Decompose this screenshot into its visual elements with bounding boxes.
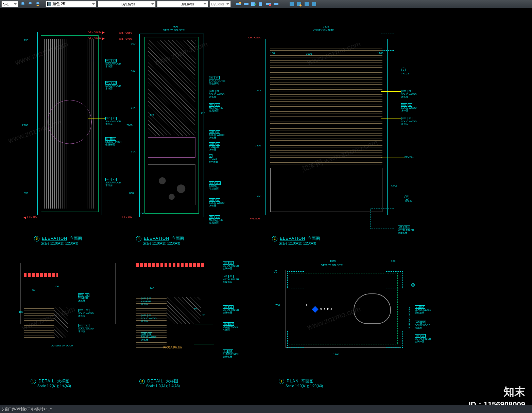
plan-scope-br (386, 331, 403, 348)
leader (78, 61, 105, 61)
command-text: )/窗口(W)/对象(O)] <实时>: _e (2, 407, 52, 412)
tag-wd-s7: WDS7SOLID WOOD木饰面 (209, 130, 225, 139)
dim: 2400 (255, 144, 261, 147)
detail-3-panel: 140 100 25 MTS1METAL FINISH金属饰面 MTS1META… (126, 256, 255, 385)
dim: 1050 (391, 185, 397, 188)
ch-2850: CH. +2850 (119, 31, 132, 34)
level-arrow-icon (102, 37, 106, 40)
tag-wd-s2: WDS2SOLID WOOD木饰面 (105, 117, 121, 126)
title-num: 5 (31, 379, 36, 384)
elev4-stone (148, 164, 195, 205)
tag-mt-s1: MTS1METAL FINISH金属饰面 (209, 215, 225, 224)
tag-wd-s2: WDS2SOLID WOOD木饰面 (105, 59, 121, 68)
title-text: DETAIL (147, 379, 163, 383)
tag-mt-s1: MTS1METAL FINISH金属饰面 (415, 334, 431, 343)
ffl: FFL ±00 (250, 217, 260, 220)
title-text: ELEVATION (144, 236, 169, 241)
tool-icon-i[interactable] (304, 1, 310, 7)
dim: 900 (173, 25, 178, 28)
layer-icon-3[interactable] (35, 1, 41, 7)
color-dropdown[interactable]: 颜色 251 (46, 1, 97, 7)
tag-ref8: 8TP3.23 (401, 68, 409, 75)
title-text: ELEVATION (42, 236, 67, 241)
elev4-title: 4 ELEVATION 立面图 Scale 1:10(A1); 1:20(A3) (136, 236, 184, 245)
layer-icon-1[interactable] (20, 1, 26, 7)
tool-icon-a[interactable] (236, 1, 242, 7)
elevation-4-panel: 900 VERIFY ON SITE CH. +2850 CH. +2700 F… (126, 15, 235, 239)
title-scale: Scale 1:10(A1); 1:20(A3) (41, 241, 82, 245)
lineweight-dropdown[interactable]: ByLayer (157, 1, 208, 7)
tool-icon-j[interactable] (311, 1, 317, 7)
dim: 1000 (306, 52, 312, 55)
linetype-sample (100, 4, 120, 4)
det5-title: 5 DETAIL 大样图 Scale 1:2(A1); 1:4(A3) (31, 378, 71, 388)
svg-rect-8 (290, 2, 294, 6)
tool-icon-g[interactable] (289, 1, 295, 7)
elev6-circle (48, 100, 92, 144)
drawing-canvas[interactable]: www.znzmo.com www.znzmo.com www.znzmo.co… (0, 8, 532, 405)
plan-ref5: 5 (274, 270, 277, 273)
title-text: ELEVATION (280, 236, 305, 241)
color-swatch (47, 2, 51, 6)
elev2-panel-mid (270, 120, 382, 164)
dim: 115 (201, 112, 205, 115)
command-line[interactable]: )/窗口(W)/对象(O)] <实时>: _e (0, 405, 532, 413)
plan-scope-bl (287, 331, 304, 348)
plotstyle-dropdown[interactable]: ByColor (209, 1, 231, 7)
plan-ref3: 3 (411, 283, 415, 287)
tag-st-s11: STS11STONE石材饰面 (209, 181, 221, 190)
dim: 475 (150, 113, 154, 116)
level-arrow-icon (102, 31, 106, 34)
title-text: DETAIL (38, 379, 54, 383)
verify-note: VERIFY ON SITE (313, 29, 334, 32)
title-scale: Scale 1:2(A1); 1:4(A3) (146, 384, 180, 388)
dim: 1365 (333, 353, 339, 356)
title-cn: 立面图 (172, 236, 184, 241)
tag-reveal: REVEAL (209, 161, 219, 164)
tool-icon-c[interactable] (251, 1, 257, 7)
tag-mt-s2: MTS2METAL FINISH金属饰面 (105, 137, 121, 146)
elevation-6-panel: CH. +2850 CH. +2700 FFL ±00 150 2700 850… (20, 15, 122, 239)
elev2-title: 2 ELEVATION 立面图 Scale 1:10(A1); 1:20(A3) (272, 236, 320, 245)
tool-icon-b[interactable] (243, 1, 249, 7)
svg-rect-3 (251, 2, 255, 6)
linetype-dropdown[interactable]: ByLayer (98, 1, 156, 7)
elev4-mid (148, 137, 195, 158)
tag-wd-s2: WDS2SOLID WOOD木饰面 (401, 90, 417, 98)
layer-value: S-1 (3, 2, 9, 6)
tool-icon-e[interactable] (265, 1, 272, 7)
dim: 25 (202, 314, 205, 317)
ffl: FFL ±00 (27, 215, 37, 218)
dim: 150 (139, 212, 144, 215)
title-num: 1 (279, 379, 284, 384)
svg-rect-12 (312, 2, 316, 6)
title-scale: Scale 1:10(A1); 1:20(A3) (143, 241, 184, 245)
title-scale: Scale 1:2(A1); 1:4(A3) (37, 384, 71, 388)
leader (381, 91, 401, 92)
elev2-panel-top (270, 46, 382, 117)
layer-icon-2[interactable] (27, 1, 33, 7)
dim: 415 (131, 107, 135, 110)
plotstyle-value: ByColor (211, 2, 224, 6)
tag-mt-s1: MTS1METAL FINISH金属饰面 (209, 103, 225, 112)
leader (381, 158, 405, 158)
svg-point-10 (299, 4, 302, 6)
plan-scope-tr (386, 271, 403, 288)
tool-icon-d[interactable] (258, 1, 264, 7)
detail-5-panel: 63 150 100 WDS2VENEER木饰面 WDS7SOLID WOOD木… (14, 256, 122, 385)
verify-note: VERIFY ON SITE (163, 29, 185, 32)
elev2-scope2 (371, 209, 394, 229)
tool-icon-f[interactable] (273, 1, 279, 7)
tag-ref7: 7TP3.23 (405, 195, 412, 202)
tool-icon-h[interactable] (296, 1, 302, 7)
elevation-2-panel: 1425 VERIFY ON SITE CH. +2850 1000 100 1… (238, 15, 428, 239)
layer-dropdown[interactable]: S-1 (1, 1, 18, 7)
svg-point-6 (269, 4, 271, 6)
title-scale: Scale 1:10(A1); 1:20(A3) (279, 241, 320, 245)
svg-point-1 (239, 2, 241, 4)
leader (78, 83, 105, 83)
svg-rect-2 (244, 3, 248, 5)
title-text: PLAN (287, 379, 298, 383)
dim: 730 (275, 304, 280, 307)
plan-1-panel: 1365 VERIFY ON SITE 160 6 ◄ ► 4 2 730 13… (265, 256, 435, 385)
